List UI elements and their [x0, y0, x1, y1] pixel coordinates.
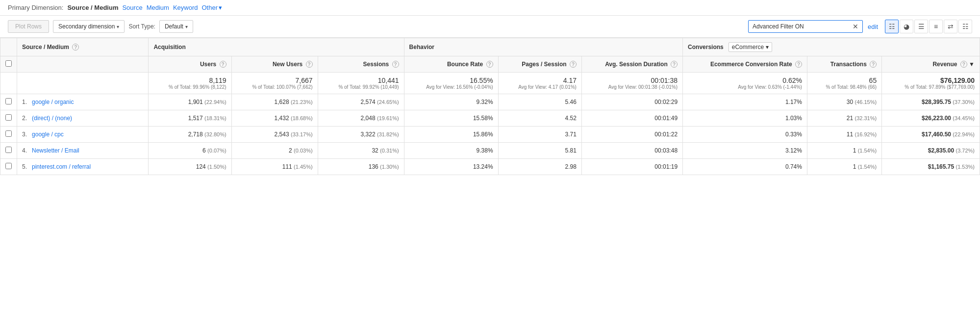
row-sessions-cell: 2,048 (19.61%) [318, 110, 404, 127]
row-checkbox[interactable] [5, 163, 12, 169]
row-pages-cell: 5.81 [498, 143, 581, 159]
revenue-help-icon[interactable]: ? [960, 61, 967, 68]
checkbox-col-header [0, 38, 17, 56]
keyword-link[interactable]: Keyword [173, 4, 198, 11]
row-checkbox[interactable] [5, 130, 12, 137]
pages-session-col-header[interactable]: Pages / Session ? [498, 56, 581, 73]
sort-type-dropdown[interactable]: Default ▾ [159, 20, 193, 33]
row-revenue-cell: $26,223.00 (34.45%) [882, 110, 980, 127]
pie-view-button[interactable]: ◕ [900, 20, 913, 33]
sessions-help-icon[interactable]: ? [392, 61, 399, 68]
source-medium-link[interactable]: pinterest.com / referral [32, 163, 91, 170]
row-source-cell: 4. Newsletter / Email [17, 143, 149, 159]
new-users-col-header[interactable]: New Users ? [231, 56, 318, 73]
row-sessions-cell: 3,322 (31.82%) [318, 127, 404, 143]
row-users-cell: 1,901 (22.94%) [149, 94, 231, 110]
users-help-icon[interactable]: ? [220, 61, 226, 68]
row-avg-session-cell: 00:01:22 [581, 127, 682, 143]
row-checkbox[interactable] [5, 98, 12, 104]
avg-session-help-icon[interactable]: ? [671, 61, 678, 68]
source-link[interactable]: Source [122, 4, 142, 11]
table-row: 1. google / organic 1,901 (22.94%) 1,628… [0, 94, 980, 110]
sessions-col-header[interactable]: Sessions ? [318, 56, 404, 73]
row-ecomm-cell: 0.33% [683, 127, 807, 143]
plot-rows-button[interactable]: Plot Rows [8, 20, 49, 33]
row-transactions-cell: 11 (16.92%) [807, 127, 881, 143]
row-avg-session-cell: 00:03:48 [581, 143, 682, 159]
source-medium-help-icon[interactable]: ? [72, 44, 79, 51]
filter-clear-button[interactable]: ✕ [853, 23, 858, 30]
row-number: 1. [22, 99, 27, 105]
row-bounce-cell: 9.38% [404, 143, 498, 159]
transactions-help-icon[interactable]: ? [870, 61, 877, 68]
row-checkbox-cell[interactable] [0, 159, 17, 175]
row-transactions-cell: 30 (46.15%) [807, 94, 881, 110]
chevron-down-icon: ▾ [185, 24, 188, 29]
bounce-rate-col-header[interactable]: Bounce Rate ? [404, 56, 498, 73]
totals-source-cell [17, 73, 149, 94]
conversions-group-header: Conversions eCommerce ▾ [683, 38, 980, 56]
primary-dimension-bar: Primary Dimension: Source / Medium Sourc… [0, 0, 980, 16]
row-checkbox[interactable] [5, 114, 12, 121]
ecomm-conv-rate-col-header[interactable]: Ecommerce Conversion Rate ? [683, 56, 807, 73]
row-checkbox-cell[interactable] [0, 143, 17, 159]
avg-session-col-header[interactable]: Avg. Session Duration ? [581, 56, 682, 73]
ecomm-conv-rate-help-icon[interactable]: ? [795, 61, 802, 68]
revenue-col-header[interactable]: Revenue ? ▼ [882, 56, 980, 73]
transactions-col-header[interactable]: Transactions ? [807, 56, 881, 73]
select-all-checkbox[interactable] [0, 56, 17, 73]
row-checkbox-cell[interactable] [0, 94, 17, 110]
totals-users-cell: 8,119 % of Total: 99.96% (8,122) [149, 73, 231, 94]
other-dropdown[interactable]: Other ▾ [201, 4, 222, 11]
table-view-button[interactable]: ☷ [885, 20, 899, 33]
new-users-help-icon[interactable]: ? [306, 61, 313, 68]
secondary-dimension-dropdown[interactable]: Secondary dimension ▾ [53, 20, 125, 33]
row-new-users-cell: 1,432 (18.68%) [231, 110, 318, 127]
advanced-filter-input[interactable] [753, 23, 851, 30]
revenue-sort-arrow[interactable]: ▼ [969, 61, 975, 68]
row-revenue-cell: $17,460.50 (22.94%) [882, 127, 980, 143]
source-medium-link[interactable]: google / cpc [32, 131, 64, 138]
comparison-view-button[interactable]: ☰ [914, 20, 928, 33]
edit-link[interactable]: edit [868, 23, 878, 30]
select-all-checkbox-input[interactable] [5, 60, 12, 67]
data-table-wrap: Source / Medium ? Acquisition Behavior C… [0, 38, 980, 175]
totals-checkbox-cell [0, 73, 17, 94]
row-sessions-cell: 136 (1.30%) [318, 159, 404, 175]
term-cloud-button[interactable]: ≡ [929, 20, 943, 33]
row-source-cell: 5. pinterest.com / referral [17, 159, 149, 175]
custom-view-button[interactable]: ☷ [958, 20, 972, 33]
row-pages-cell: 4.52 [498, 110, 581, 127]
row-users-cell: 6 (0.07%) [149, 143, 231, 159]
view-icons: ☷ ◕ ☰ ≡ ⇄ ☷ [885, 20, 972, 33]
ecommerce-dropdown[interactable]: eCommerce ▾ [729, 42, 772, 52]
medium-link[interactable]: Medium [147, 4, 169, 11]
pivot-view-button[interactable]: ⇄ [944, 20, 957, 33]
row-number: 5. [22, 163, 27, 170]
primary-dim-current: Source / Medium [67, 4, 118, 11]
source-medium-link[interactable]: Newsletter / Email [32, 147, 79, 154]
users-col-header[interactable]: Users ? [149, 56, 231, 73]
row-checkbox[interactable] [5, 147, 12, 153]
pages-session-help-icon[interactable]: ? [570, 61, 577, 68]
source-medium-link[interactable]: google / organic [32, 99, 74, 105]
row-users-cell: 1,517 (18.31%) [149, 110, 231, 127]
source-medium-link[interactable]: (direct) / (none) [32, 115, 72, 122]
totals-bounce-cell: 16.55% Avg for View: 16.56% (-0.04%) [404, 73, 498, 94]
bounce-rate-help-icon[interactable]: ? [486, 61, 493, 68]
row-checkbox-cell[interactable] [0, 110, 17, 127]
row-pages-cell: 3.71 [498, 127, 581, 143]
totals-sessions-cell: 10,441 % of Total: 99.92% (10,449) [318, 73, 404, 94]
acquisition-group-header: Acquisition [149, 38, 404, 56]
sort-type-label: Sort Type: [128, 23, 155, 30]
row-new-users-cell: 1,628 (21.23%) [231, 94, 318, 110]
row-avg-session-cell: 00:02:29 [581, 94, 682, 110]
row-checkbox-cell[interactable] [0, 127, 17, 143]
row-sessions-cell: 2,574 (24.65%) [318, 94, 404, 110]
row-ecomm-cell: 0.74% [683, 159, 807, 175]
row-pages-cell: 2.98 [498, 159, 581, 175]
row-ecomm-cell: 1.03% [683, 110, 807, 127]
row-revenue-cell: $1,165.75 (1.53%) [882, 159, 980, 175]
row-users-cell: 124 (1.50%) [149, 159, 231, 175]
row-source-cell: 2. (direct) / (none) [17, 110, 149, 127]
